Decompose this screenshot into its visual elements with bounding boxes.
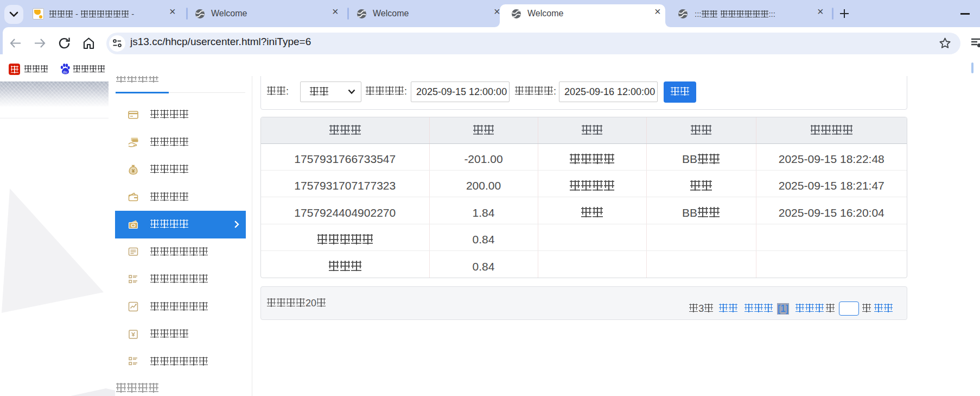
svg-text:du: du: [63, 70, 67, 74]
